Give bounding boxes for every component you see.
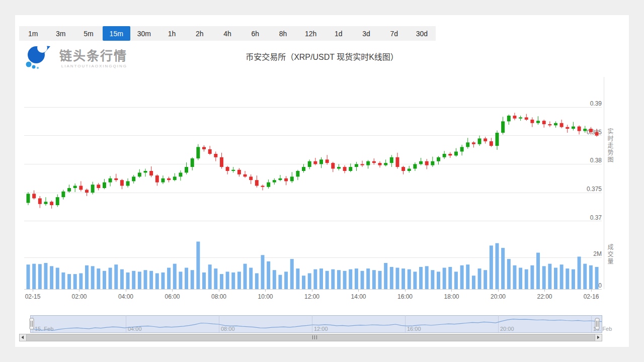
x-axis-label: 10:00 xyxy=(258,293,273,300)
candle-body xyxy=(560,123,564,127)
candle-body xyxy=(319,159,323,164)
navigator-right-handle[interactable] xyxy=(595,318,599,329)
candle-body xyxy=(214,154,217,157)
candle-body xyxy=(530,120,534,123)
volume-bar xyxy=(261,255,265,289)
price-axis-label: 0.375 xyxy=(587,186,602,193)
volume-bar xyxy=(179,272,182,289)
candle-body xyxy=(302,167,305,171)
scrollbar-track[interactable] xyxy=(19,334,602,341)
volume-bar xyxy=(496,243,499,289)
navigator-label: 15. Feb xyxy=(35,326,53,332)
volume-bar xyxy=(384,263,387,289)
candle-body xyxy=(255,180,259,186)
candle-body xyxy=(572,127,575,129)
volume-bar xyxy=(319,268,323,289)
candle-body xyxy=(484,138,487,141)
candle-body xyxy=(132,176,135,181)
volume-bar xyxy=(214,268,217,289)
candle-body xyxy=(589,129,593,132)
volume-bar xyxy=(220,274,223,289)
volume-bar xyxy=(32,264,36,289)
candle-body xyxy=(519,117,522,118)
candle-body xyxy=(390,157,393,163)
candle-body xyxy=(73,186,77,188)
volume-bar xyxy=(355,268,358,289)
volume-bar xyxy=(284,272,288,289)
volume-bar xyxy=(144,270,147,289)
candle-body xyxy=(173,176,177,180)
candle-body xyxy=(278,178,282,180)
volume-bar xyxy=(267,261,270,289)
candle-body xyxy=(244,174,247,177)
volume-bar xyxy=(44,263,47,289)
candle-body xyxy=(349,167,352,171)
volume-bar xyxy=(372,270,376,289)
volume-bar xyxy=(361,271,364,289)
candle-body xyxy=(32,194,36,198)
volume-bar xyxy=(472,276,475,289)
volume-bar xyxy=(302,276,305,289)
volume-bar xyxy=(249,267,253,289)
chart-card: 1m3m5m15m30m1h2h4h6h8h12h1d3d7d30d 链头条行情… xyxy=(15,15,629,347)
candle-body xyxy=(326,159,329,163)
candle-body xyxy=(454,151,458,155)
volume-bar xyxy=(27,264,30,289)
candle-body xyxy=(38,198,42,204)
volume-bar xyxy=(413,272,417,289)
candle-body xyxy=(196,147,200,158)
volume-bar xyxy=(337,270,341,289)
volume-bar xyxy=(38,264,42,289)
volume-bar xyxy=(50,266,53,289)
candle-body xyxy=(366,161,370,165)
candle-body xyxy=(85,190,89,193)
candle-body xyxy=(126,181,130,186)
volume-bar xyxy=(202,273,206,289)
candle-body xyxy=(56,197,59,205)
price-axis-label: 0.385 xyxy=(587,129,602,136)
volume-bar xyxy=(313,269,317,289)
candle-body xyxy=(50,202,53,205)
candle-body xyxy=(466,142,469,147)
candle-body xyxy=(202,147,206,149)
volume-bar xyxy=(378,271,382,289)
volume-bar xyxy=(79,274,83,290)
candle-body xyxy=(27,194,30,203)
candle-body xyxy=(472,142,475,144)
candle-body xyxy=(448,154,452,155)
volume-bar xyxy=(425,266,429,289)
candle-body xyxy=(167,178,171,180)
navigator-left-handle[interactable] xyxy=(30,318,34,329)
candle-body xyxy=(91,185,95,193)
candlestick-series[interactable] xyxy=(27,113,599,209)
candle-body xyxy=(431,161,434,165)
volume-series[interactable] xyxy=(27,242,599,290)
candle-body xyxy=(67,188,71,192)
volume-bar xyxy=(149,271,153,289)
candle-body xyxy=(191,158,194,167)
candle-body xyxy=(296,171,299,176)
candle-body xyxy=(179,172,182,176)
volume-bar xyxy=(255,274,259,290)
chart-scrollbar[interactable] xyxy=(19,334,602,341)
candle-body xyxy=(578,127,581,131)
candle-body xyxy=(361,164,364,165)
x-axis-label: 06:00 xyxy=(165,293,180,300)
candle-body xyxy=(378,163,382,165)
price-axis-label: 0.38 xyxy=(590,157,602,164)
candle-body xyxy=(267,183,270,187)
volume-bar xyxy=(454,272,458,289)
candle-body xyxy=(343,167,347,171)
volume-bar xyxy=(395,267,399,289)
x-axis-labels: 02-1502:0004:0006:0008:0010:0012:0014:00… xyxy=(25,289,599,300)
x-axis-label: 04:00 xyxy=(118,293,133,300)
x-axis-label: 22:00 xyxy=(537,293,552,300)
candle-body xyxy=(408,168,411,171)
candle-body xyxy=(525,117,528,120)
navigator[interactable]: 15. Feb04:0008:0012:0016:0020:0016. Feb xyxy=(30,315,612,332)
candle-body xyxy=(79,186,83,190)
candle-body xyxy=(308,161,311,167)
volume-bar xyxy=(326,271,329,289)
x-axis-label: 08:00 xyxy=(211,293,226,300)
price-axis-label: 0.39 xyxy=(590,100,602,107)
